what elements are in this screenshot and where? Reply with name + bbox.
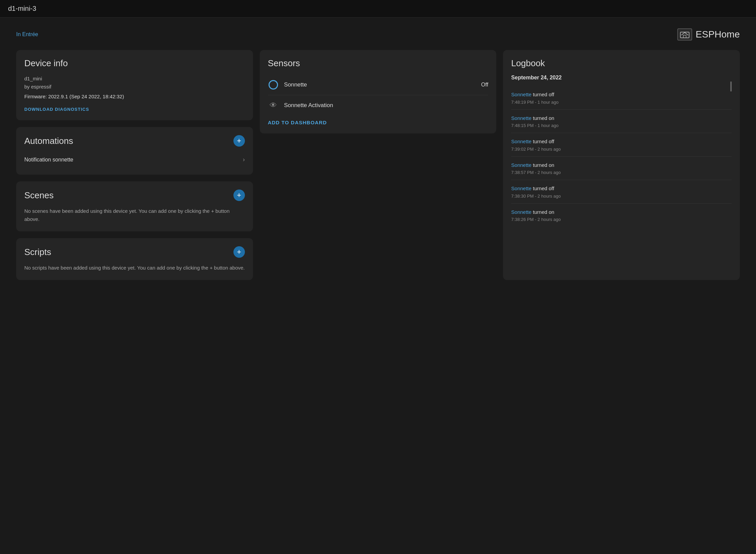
log-entity-2: Sonnette [511,138,531,144]
logbook-card: Logbook September 24, 2022 Sonnette turn… [503,50,740,280]
automation-label: Notification sonnette [24,157,73,163]
device-name: d1_mini [24,75,245,83]
chevron-right-icon: › [243,156,245,163]
scenes-title: Scenes [24,190,54,201]
log-time-2: 7:39:02 PM - 2 hours ago [511,147,732,152]
esphome-logo: ESPHome [677,28,740,41]
breadcrumb-link[interactable]: In Entrée [16,31,38,37]
esphome-icon [677,28,692,41]
logbook-date: September 24, 2022 [511,75,732,81]
topbar: d1-mini-3 [0,0,756,18]
add-to-dashboard-button[interactable]: ADD TO DASHBOARD [268,116,327,125]
add-script-button[interactable]: + [233,246,245,258]
logbook-inner: September 24, 2022 Sonnette turned off 7… [511,75,732,227]
log-entity-5: Sonnette [511,209,531,215]
main-content: In Entrée ESPHome Device info d1_mini by… [0,18,756,291]
sensor-item-activation: 👁 Sonnette Activation [268,95,488,116]
log-text-3: Sonnette turned on [511,161,732,169]
log-time-0: 7:48:19 PM - 1 hour ago [511,100,732,105]
sensor-item-sonnette: Sonnette Off [268,75,488,95]
automations-card: Automations + Notification sonnette › [16,127,253,175]
log-entry-0: Sonnette turned off 7:48:19 PM - 1 hour … [511,86,732,110]
log-entry-3: Sonnette turned on 7:38:57 PM - 2 hours … [511,157,732,180]
download-diagnostics-button[interactable]: DOWNLOAD DIAGNOSTICS [24,107,89,112]
cards-grid: Device info d1_mini by espressif Firmwar… [16,50,740,280]
scripts-desc: No scripts have been added using this de… [24,264,245,272]
log-entity-1: Sonnette [511,115,531,121]
log-entry-5: Sonnette turned on 7:38:26 PM - 2 hours … [511,204,732,227]
sensor-state-sonnette: Off [481,82,488,88]
log-entry-1: Sonnette turned on 7:48:15 PM - 1 hour a… [511,110,732,133]
scrollbar[interactable] [730,81,732,92]
device-info-card: Device info d1_mini by espressif Firmwar… [16,50,253,120]
log-entry-2: Sonnette turned off 7:39:02 PM - 2 hours… [511,133,732,157]
log-entity-4: Sonnette [511,185,531,191]
sensors-title: Sensors [268,58,488,69]
scripts-title: Scripts [24,247,51,257]
log-time-4: 7:38:30 PM - 2 hours ago [511,194,732,199]
log-entity-3: Sonnette [511,162,531,168]
device-info-title: Device info [24,58,245,69]
automations-header: Automations + [24,135,245,147]
sensor-eye-icon: 👁 [268,100,279,111]
add-scene-button[interactable]: + [233,190,245,201]
sensor-name-activation: Sonnette Activation [284,102,483,109]
automations-title: Automations [24,136,73,146]
logbook-title: Logbook [511,58,732,69]
sensors-card: Sensors Sonnette Off 👁 Sonnette Activati… [260,50,497,133]
firmware-info: Firmware: 2022.9.1 (Sep 24 2022, 18:42:3… [24,94,245,99]
scenes-header: Scenes + [24,190,245,201]
scenes-card: Scenes + No scenes have been added using… [16,181,253,231]
breadcrumb-row: In Entrée ESPHome [16,28,740,41]
scenes-desc: No scenes have been added using this dev… [24,207,245,223]
esphome-text: ESPHome [696,29,740,40]
log-time-1: 7:48:15 PM - 1 hour ago [511,123,732,128]
log-text-2: Sonnette turned off [511,138,732,146]
log-entry-4: Sonnette turned off 7:38:30 PM - 2 hours… [511,180,732,204]
left-column: Device info d1_mini by espressif Firmwar… [16,50,253,280]
scripts-header: Scripts + [24,246,245,258]
device-manufacturer: by espressif [24,83,245,91]
log-text-5: Sonnette turned on [511,208,732,216]
add-automation-button[interactable]: + [233,135,245,147]
log-text-1: Sonnette turned on [511,115,732,122]
sensor-name-sonnette: Sonnette [284,81,476,88]
svg-rect-1 [683,35,686,38]
sensor-circle-icon [268,79,279,90]
log-text-4: Sonnette turned off [511,185,732,193]
scripts-card: Scripts + No scripts have been added usi… [16,238,253,280]
log-time-5: 7:38:26 PM - 2 hours ago [511,217,732,222]
automation-item[interactable]: Notification sonnette › [24,153,245,167]
log-entity-0: Sonnette [511,92,531,97]
log-time-3: 7:38:57 PM - 2 hours ago [511,170,732,175]
log-text-0: Sonnette turned off [511,91,732,99]
topbar-title: d1-mini-3 [8,5,36,12]
